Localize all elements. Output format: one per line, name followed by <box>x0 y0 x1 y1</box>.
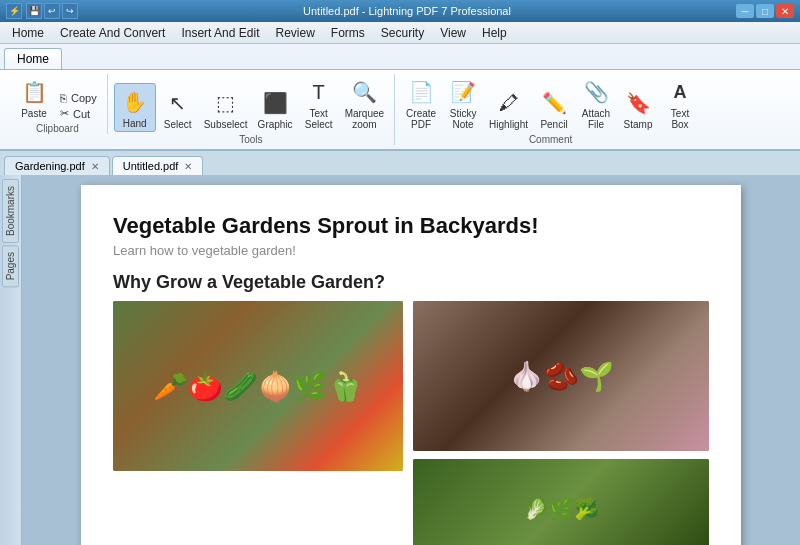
graphic-button[interactable]: ⬛ Graphic <box>254 85 297 132</box>
window-title: Untitled.pdf - Lightning PDF 7 Professio… <box>303 5 511 17</box>
hand-icon: ✋ <box>119 86 151 118</box>
tab-untitled[interactable]: Untitled.pdf ✕ <box>112 156 204 175</box>
document-area: Vegetable Gardens Sprout in Backyards! L… <box>22 175 800 545</box>
paste-icon: 📋 <box>18 76 50 108</box>
tools-label: Tools <box>239 134 262 145</box>
menu-help[interactable]: Help <box>474 24 515 42</box>
create-pdf-icon: 📄 <box>405 76 437 108</box>
marquee-zoom-icon: 🔍 <box>348 76 380 108</box>
tab-gardening[interactable]: Gardening.pdf ✕ <box>4 156 110 175</box>
cut-button[interactable]: ✂ Cut <box>56 106 101 121</box>
subselect-icon: ⬚ <box>210 87 242 119</box>
pdf-title: Vegetable Gardens Sprout in Backyards! <box>113 213 709 239</box>
sticky-note-icon: 📝 <box>447 76 479 108</box>
pdf-section-title: Why Grow a Vegetable Garden? <box>113 272 709 293</box>
text-box-icon: A <box>664 76 696 108</box>
highlight-button[interactable]: 🖍 Highlight <box>485 85 532 132</box>
copy-icon: ⎘ <box>60 92 67 104</box>
tab-untitled-label: Untitled.pdf <box>123 160 179 172</box>
ribbon-content: 📋 Paste ⎘ Copy ✂ Cut Clipboard <box>0 69 800 149</box>
pdf-page: Vegetable Gardens Sprout in Backyards! L… <box>81 185 741 545</box>
text-box-button[interactable]: A Text Box <box>660 74 700 132</box>
menu-view[interactable]: View <box>432 24 474 42</box>
ribbon-tab-home[interactable]: Home <box>4 48 62 69</box>
quick-access-toolbar: 💾 ↩ ↪ <box>26 3 78 19</box>
pdf-images <box>113 301 709 545</box>
ribbon-group-tools: ✋ Hand ↖ Select ⬚ Subselect ⬛ Graphic T <box>108 74 395 145</box>
ribbon-group-clipboard: 📋 Paste ⎘ Copy ✂ Cut Clipboard <box>8 74 108 134</box>
main-area: Bookmarks Pages Vegetable Gardens Sprout… <box>0 175 800 545</box>
marquee-zoom-button[interactable]: 🔍 Marquee zoom <box>341 74 388 132</box>
tab-gardening-close[interactable]: ✕ <box>91 161 99 172</box>
menu-forms[interactable]: Forms <box>323 24 373 42</box>
pdf-right-images <box>413 301 709 545</box>
pdf-subtitle: Learn how to vegetable garden! <box>113 243 709 258</box>
undo-icon[interactable]: ↩ <box>44 3 60 19</box>
pencil-icon: ✏️ <box>538 87 570 119</box>
ribbon-tabs: Home <box>0 48 800 69</box>
pdf-image-planting <box>413 301 709 451</box>
stamp-button[interactable]: 🔖 Stamp <box>618 85 658 132</box>
comment-label: Comment <box>529 134 572 145</box>
text-select-button[interactable]: T Text Select <box>299 74 339 132</box>
text-select-icon: T <box>303 76 335 108</box>
sidebar: Bookmarks Pages <box>0 175 22 545</box>
sidebar-bookmarks[interactable]: Bookmarks <box>2 179 19 243</box>
menu-review[interactable]: Review <box>267 24 322 42</box>
menu-create-convert[interactable]: Create And Convert <box>52 24 173 42</box>
close-button[interactable]: ✕ <box>776 4 794 18</box>
menu-insert-edit[interactable]: Insert And Edit <box>173 24 267 42</box>
maximize-button[interactable]: □ <box>756 4 774 18</box>
pencil-button[interactable]: ✏️ Pencil <box>534 85 574 132</box>
sticky-note-button[interactable]: 📝 Sticky Note <box>443 74 483 132</box>
app-icon: ⚡ <box>6 3 22 19</box>
tab-untitled-close[interactable]: ✕ <box>184 161 192 172</box>
copy-button[interactable]: ⎘ Copy <box>56 91 101 105</box>
create-pdf-button[interactable]: 📄 Create PDF <box>401 74 441 132</box>
hand-button[interactable]: ✋ Hand <box>114 83 156 132</box>
graphic-icon: ⬛ <box>259 87 291 119</box>
title-bar-left: ⚡ 💾 ↩ ↪ <box>6 3 78 19</box>
cut-icon: ✂ <box>60 107 69 120</box>
pdf-image-garden-bottom <box>413 459 709 545</box>
redo-icon[interactable]: ↪ <box>62 3 78 19</box>
menu-security[interactable]: Security <box>373 24 432 42</box>
paste-button[interactable]: 📋 Paste <box>14 74 54 121</box>
save-icon[interactable]: 💾 <box>26 3 42 19</box>
document-tabs: Gardening.pdf ✕ Untitled.pdf ✕ <box>0 151 800 175</box>
select-icon: ↖ <box>162 87 194 119</box>
minimize-button[interactable]: ─ <box>736 4 754 18</box>
stamp-icon: 🔖 <box>622 87 654 119</box>
menu-home[interactable]: Home <box>4 24 52 42</box>
attach-file-button[interactable]: 📎 Attach File <box>576 74 616 132</box>
subselect-button[interactable]: ⬚ Subselect <box>200 85 252 132</box>
clipboard-label: Clipboard <box>36 123 79 134</box>
menu-bar: Home Create And Convert Insert And Edit … <box>0 22 800 44</box>
clipboard-small-group: ⎘ Copy ✂ Cut <box>56 91 101 121</box>
sidebar-pages[interactable]: Pages <box>2 245 19 287</box>
ribbon-group-create: 📄 Create PDF 📝 Sticky Note 🖍 Highlight ✏… <box>395 74 706 145</box>
tab-gardening-label: Gardening.pdf <box>15 160 85 172</box>
pdf-image-vegetables <box>113 301 403 471</box>
select-button[interactable]: ↖ Select <box>158 85 198 132</box>
title-bar: ⚡ 💾 ↩ ↪ Untitled.pdf - Lightning PDF 7 P… <box>0 0 800 22</box>
ribbon: Home 📋 Paste ⎘ Copy ✂ Cut <box>0 44 800 151</box>
attach-file-icon: 📎 <box>580 76 612 108</box>
highlight-icon: 🖍 <box>493 87 525 119</box>
